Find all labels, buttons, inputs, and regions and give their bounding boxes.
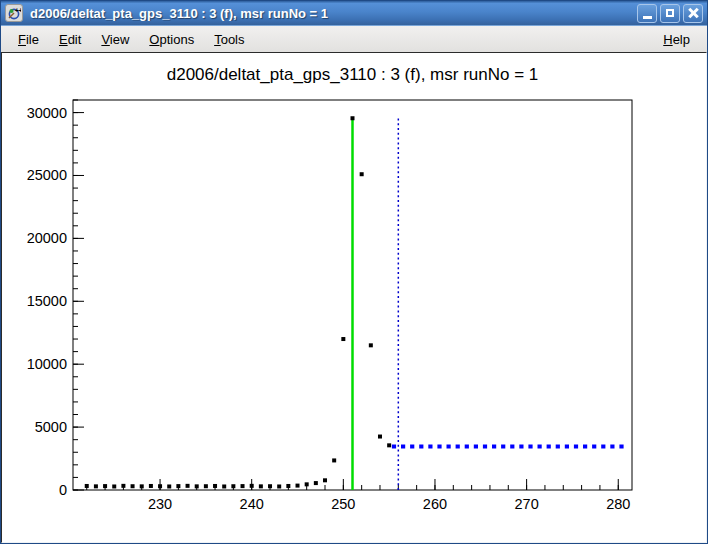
menu-edit[interactable]: Edit — [50, 29, 90, 50]
y-axis: 050001000015000200002500030000 — [27, 100, 84, 498]
menu-file[interactable]: File — [9, 29, 48, 50]
y-tick-label: 10000 — [27, 356, 67, 372]
data-point — [378, 435, 382, 439]
data-point — [360, 172, 364, 176]
root-logo-icon[interactable]: ++ — [5, 4, 23, 22]
x-tick-label: 250 — [331, 496, 355, 512]
data-point — [121, 484, 125, 488]
title-bar[interactable]: ++ d2006/deltat_pta_gps_3110 : 3 (f), ms… — [1, 1, 707, 26]
root-logo-graphic: ++ — [7, 6, 21, 20]
data-point — [305, 482, 309, 486]
data-point — [94, 484, 98, 488]
minimize-icon — [643, 16, 652, 19]
data-point — [222, 484, 226, 488]
data-point — [103, 484, 107, 488]
data-point — [277, 484, 281, 488]
data-point — [387, 443, 391, 447]
x-axis: 230240250260270280 — [87, 479, 631, 512]
data-point — [112, 484, 116, 488]
menu-items-right: Help — [654, 29, 699, 50]
menu-bar: FileEditViewOptionsTools Help — [1, 26, 707, 52]
data-point — [131, 484, 135, 488]
window-title: d2006/deltat_pta_gps_3110 : 3 (f), msr r… — [30, 6, 637, 21]
data-point — [158, 484, 162, 488]
y-tick-label: 25000 — [27, 167, 67, 183]
y-tick-label: 15000 — [27, 293, 67, 309]
x-tick-label: 270 — [515, 496, 539, 512]
data-point — [351, 116, 355, 120]
data-point — [323, 478, 327, 482]
y-tick-label: 20000 — [27, 230, 67, 246]
plot-title: d2006/deltat_pta_gps_3110 : 3 (f), msr r… — [167, 65, 539, 84]
maximize-icon — [666, 9, 674, 17]
root-canvas-window: ++ d2006/deltat_pta_gps_3110 : 3 (f), ms… — [0, 0, 708, 544]
menu-help[interactable]: Help — [654, 29, 699, 50]
data-point — [286, 484, 290, 488]
data-point — [268, 484, 272, 488]
maximize-button[interactable] — [660, 4, 680, 23]
data-point — [195, 484, 199, 488]
menu-view[interactable]: View — [92, 29, 138, 50]
data-point — [369, 343, 373, 347]
data-point — [250, 484, 254, 488]
y-tick-label: 0 — [59, 482, 67, 498]
close-icon — [688, 8, 698, 18]
data-point — [296, 484, 300, 488]
svg-text:++: ++ — [15, 7, 21, 14]
x-tick-label: 240 — [240, 496, 264, 512]
close-button[interactable] — [683, 4, 703, 23]
minimize-button[interactable] — [637, 4, 657, 23]
data-point — [314, 481, 318, 485]
x-tick-label: 280 — [606, 496, 630, 512]
y-tick-label: 5000 — [35, 419, 67, 435]
data-point — [231, 484, 235, 488]
plot-canvas[interactable]: d2006/deltat_pta_gps_3110 : 3 (f), msr r… — [1, 52, 707, 543]
data-point — [85, 484, 89, 488]
data-point — [176, 484, 180, 488]
data-point — [341, 337, 345, 341]
data-point — [204, 484, 208, 488]
menu-items: FileEditViewOptionsTools — [9, 29, 654, 50]
data-point — [149, 484, 153, 488]
menu-tools[interactable]: Tools — [205, 29, 253, 50]
x-tick-label: 230 — [148, 496, 172, 512]
data-point — [241, 484, 245, 488]
data-point — [186, 484, 190, 488]
plot-svg[interactable]: d2006/deltat_pta_gps_3110 : 3 (f), msr r… — [2, 53, 702, 538]
data-point — [259, 484, 263, 488]
data-point — [332, 458, 336, 462]
window-controls — [637, 4, 703, 23]
y-tick-label: 30000 — [27, 105, 67, 121]
data-point — [140, 484, 144, 488]
menu-options[interactable]: Options — [140, 29, 203, 50]
data-point — [213, 484, 217, 488]
data-point — [167, 484, 171, 488]
data-points — [85, 116, 391, 488]
x-tick-label: 260 — [423, 496, 447, 512]
